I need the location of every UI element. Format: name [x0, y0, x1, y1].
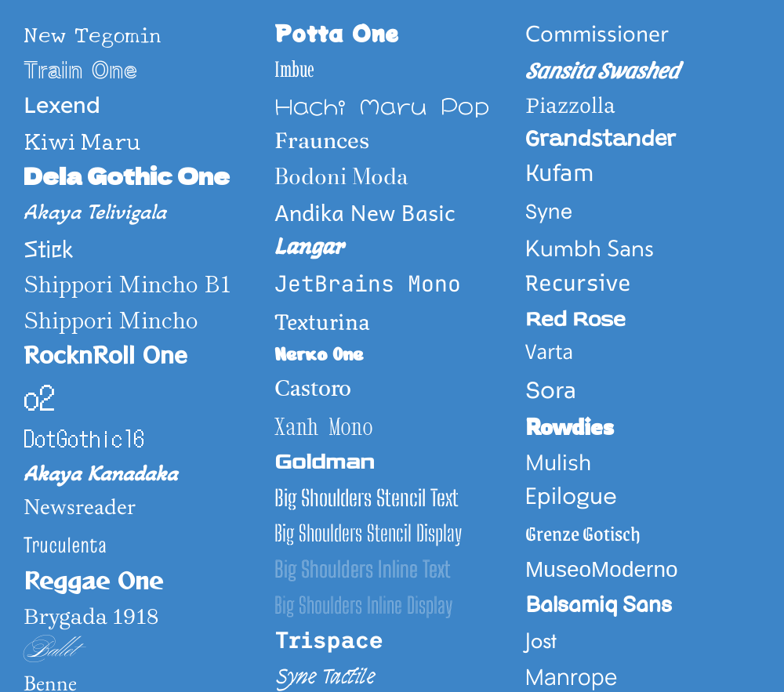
font-item[interactable]: Red Rose [525, 302, 760, 338]
font-item[interactable]: New Tegomin [24, 16, 259, 52]
font-item[interactable]: Big Shoulders Stencil Text [274, 480, 510, 516]
font-item[interactable]: Dela Gothic One [24, 158, 259, 194]
font-item[interactable]: MuseoModerno [525, 552, 760, 588]
font-item[interactable]: Train One [24, 52, 259, 88]
column-3: CommissionerSansita SwashedPiazzollaGran… [517, 16, 768, 692]
font-item[interactable]: Imbue [274, 52, 510, 88]
font-item[interactable]: Goldman [274, 444, 510, 480]
font-item[interactable]: Newsreader [24, 491, 259, 527]
font-item[interactable]: Reggae One [24, 563, 259, 599]
font-item[interactable]: o2 [24, 373, 259, 420]
font-item[interactable]: Brygada 1918 [24, 599, 259, 635]
font-item[interactable]: Sora [525, 373, 760, 409]
font-item[interactable]: Castoro [274, 373, 510, 409]
font-item[interactable]: Kumbh Sans [525, 230, 760, 266]
font-item[interactable]: Akaya Kanadaka [24, 456, 259, 492]
font-item[interactable]: Big Shoulders Inline Text [274, 552, 510, 588]
font-item[interactable]: Kufam [525, 158, 760, 194]
font-item[interactable]: Benne [24, 670, 259, 692]
font-item[interactable]: Shippori Mincho [24, 302, 259, 338]
font-item[interactable]: Sansita Swashed [525, 52, 760, 88]
font-item[interactable]: Big Shoulders Inline Display [274, 588, 510, 624]
font-item[interactable]: Manrope [525, 659, 760, 692]
font-item[interactable]: Ballet [24, 635, 259, 671]
font-item[interactable]: Shippori Mincho B1 [24, 266, 259, 302]
font-item[interactable]: Epilogue [525, 480, 760, 516]
font-item[interactable]: Grandstander [525, 123, 760, 159]
font-item[interactable]: Piazzolla [525, 87, 760, 123]
font-item[interactable]: Truculenta [24, 527, 259, 563]
font-item[interactable]: Hachi Maru Pop [274, 87, 510, 123]
font-item[interactable]: Lexend [24, 87, 259, 123]
font-item[interactable]: Langar [274, 230, 510, 266]
column-2: Potta OneImbueHachi Maru PopFrauncesBodo… [267, 16, 517, 692]
font-item[interactable]: JetBrains Mono [274, 266, 510, 302]
font-item[interactable]: Grenze Gotisch [525, 516, 760, 552]
font-item[interactable]: Big Shoulders Stencil Display [274, 516, 510, 552]
font-item[interactable]: Recursive [525, 266, 760, 302]
font-item[interactable]: Trispace [274, 623, 510, 659]
font-item[interactable]: DotGothic16 [24, 420, 259, 456]
font-item[interactable]: RocknRoll One [24, 337, 259, 373]
font-item[interactable]: Kiwi Maru [24, 123, 259, 159]
font-item[interactable]: Potta One [274, 16, 510, 52]
font-item[interactable]: Rowdies [525, 409, 760, 445]
font-item[interactable]: Bodoni Moda [274, 158, 510, 194]
font-item[interactable]: Fraunces [274, 123, 510, 159]
column-1: New TegominTrain OneLexendKiwi MaruDela … [16, 16, 267, 692]
font-item[interactable]: Andika New Basic [274, 194, 510, 230]
font-item[interactable]: Varta [525, 337, 760, 373]
font-item[interactable]: Akaya Telivigala [24, 194, 259, 230]
font-item[interactable]: Texturina [274, 302, 510, 338]
font-item[interactable]: Mulish [525, 444, 760, 480]
font-grid: New TegominTrain OneLexendKiwi MaruDela … [16, 16, 768, 692]
font-item[interactable]: Stick [24, 230, 259, 266]
font-item[interactable]: Commissioner [525, 16, 760, 52]
font-item[interactable]: Jost [525, 623, 760, 659]
font-item[interactable]: Balsamiq Sans [525, 588, 760, 624]
font-item[interactable]: Syne [525, 194, 760, 230]
font-item[interactable]: Nerko One [274, 337, 510, 373]
font-item[interactable]: Xanh Mono [274, 409, 510, 445]
font-item[interactable]: Syne Tactile [274, 659, 510, 692]
